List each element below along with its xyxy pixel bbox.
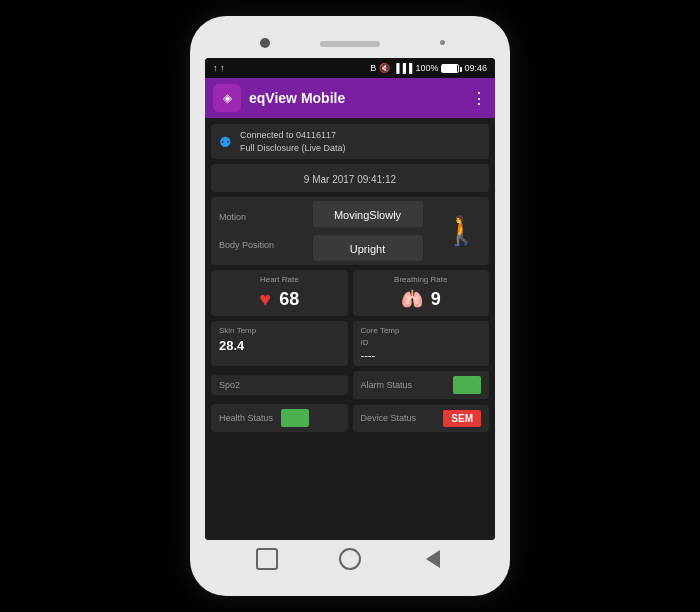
phone-screen: ↑ ↑ B 🔇 ▐▐▐ 100% 09:46 ◈ eqView Mobile ⋮: [205, 58, 495, 540]
status-right-icons: B 🔇 ▐▐▐ 100% 09:46: [370, 63, 487, 73]
body-figure-area: 🚶: [441, 217, 481, 245]
motion-body-card: Motion Body Position MovingSlowly Uprigh…: [211, 197, 489, 265]
body-position-value-box: Upright: [313, 235, 423, 261]
spo2-card: Spo2: [211, 375, 348, 395]
bottom-nav-bar: [205, 540, 495, 578]
health-device-row: Health Status Device Status SEM: [211, 404, 489, 432]
alarm-status-card: Alarm Status: [353, 371, 490, 399]
breathing-rate-label: Breathing Rate: [359, 275, 484, 284]
sensor-dot: [440, 40, 445, 45]
heart-rate-label: Heart Rate: [217, 275, 342, 284]
connection-line1: Connected to 04116117: [240, 129, 346, 142]
breathing-rate-data: 🫁 9: [359, 288, 484, 310]
connection-line2: Full Disclosure (Live Data): [240, 142, 346, 155]
nav-back-button[interactable]: [422, 548, 444, 570]
device-status-label: Device Status: [361, 413, 417, 423]
status-left-icons: ↑ ↑: [213, 63, 225, 73]
walking-figure-icon: 🚶: [444, 217, 479, 245]
spo2-label: Spo2: [219, 380, 240, 390]
motion-value: MovingSlowly: [334, 209, 401, 221]
motion-label: Motion: [219, 212, 294, 222]
nav-home-button[interactable]: [339, 548, 361, 570]
motion-labels-col: Motion Body Position: [219, 212, 294, 250]
lungs-icon: 🫁: [401, 288, 423, 310]
content-area: ⚉ Connected to 04116117 Full Disclosure …: [205, 118, 495, 540]
phone-frame: ↑ ↑ B 🔇 ▐▐▐ 100% 09:46 ◈ eqView Mobile ⋮: [190, 16, 510, 596]
battery-icon: [441, 64, 459, 73]
datetime-display: 9 Mar 2017 09:41:12: [304, 174, 396, 185]
battery-fill: [442, 65, 456, 72]
body-position-label: Body Position: [219, 240, 294, 250]
body-position-value: Upright: [350, 243, 385, 255]
app-title: eqView Mobile: [249, 90, 463, 106]
motion-value-box: MovingSlowly: [313, 201, 423, 227]
connection-info: Connected to 04116117 Full Disclosure (L…: [240, 129, 346, 154]
connection-row: ⚉ Connected to 04116117 Full Disclosure …: [211, 124, 489, 159]
heart-rate-value: 68: [279, 289, 299, 310]
skin-temp-value: 28.4: [219, 338, 340, 353]
more-options-button[interactable]: ⋮: [471, 89, 487, 108]
health-status-label: Health Status: [219, 413, 273, 423]
skin-temp-label: Skin Temp: [219, 326, 340, 335]
vitals-row: Heart Rate ♥ 68 Breathing Rate 🫁 9: [211, 270, 489, 316]
alarm-status-label: Alarm Status: [361, 380, 413, 390]
health-status-indicator: [281, 409, 309, 427]
front-camera: [260, 38, 270, 48]
health-status-card: Health Status: [211, 404, 348, 432]
alarm-status-indicator: [453, 376, 481, 394]
earpiece-speaker: [320, 41, 380, 47]
bluetooth-icon: ⚉: [219, 134, 232, 150]
temp-row: Skin Temp 28.4 Core Temp ID ----: [211, 321, 489, 366]
nav-square-button[interactable]: [256, 548, 278, 570]
signal-bars-icon: ▐▐▐: [393, 63, 412, 73]
breathing-rate-card: Breathing Rate 🫁 9: [353, 270, 490, 316]
breathing-rate-value: 9: [431, 289, 441, 310]
phone-top-bar: [200, 34, 500, 54]
device-status-badge: SEM: [443, 410, 481, 427]
heart-icon: ♥: [259, 288, 271, 311]
bluetooth-status-icon: B: [370, 63, 376, 73]
battery-percentage: 100%: [415, 63, 438, 73]
core-temp-value: ----: [361, 349, 482, 361]
core-temp-label: Core Temp: [361, 326, 482, 335]
app-logo: ◈: [213, 84, 241, 112]
core-temp-id-label: ID: [361, 338, 482, 347]
heart-rate-card: Heart Rate ♥ 68: [211, 270, 348, 316]
clock: 09:46: [464, 63, 487, 73]
mute-icon: 🔇: [379, 63, 390, 73]
antenna-icons: ↑ ↑: [213, 63, 225, 73]
motion-values-col: MovingSlowly Upright: [294, 201, 441, 261]
device-status-card: Device Status SEM: [353, 405, 490, 432]
datetime-row: 9 Mar 2017 09:41:12: [211, 164, 489, 192]
core-temp-card: Core Temp ID ----: [353, 321, 490, 366]
heart-rate-data: ♥ 68: [217, 288, 342, 311]
status-bar: ↑ ↑ B 🔇 ▐▐▐ 100% 09:46: [205, 58, 495, 78]
spo2-alarm-row: Spo2 Alarm Status: [211, 371, 489, 399]
app-bar: ◈ eqView Mobile ⋮: [205, 78, 495, 118]
skin-temp-card: Skin Temp 28.4: [211, 321, 348, 366]
